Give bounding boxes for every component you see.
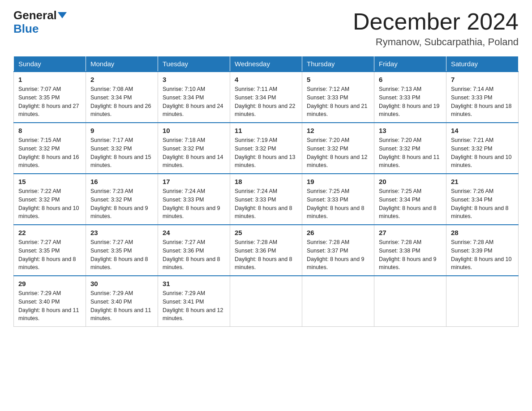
day-number: 19	[307, 178, 369, 185]
calendar-cell: 30Sunrise: 7:29 AMSunset: 3:40 PMDayligh…	[86, 276, 158, 327]
logo-general-text: General	[13, 9, 57, 22]
day-info: Sunrise: 7:10 AMSunset: 3:34 PMDaylight:…	[163, 85, 225, 119]
calendar-table: SundayMondayTuesdayWednesdayThursdayFrid…	[13, 56, 519, 327]
day-info: Sunrise: 7:19 AMSunset: 3:32 PMDaylight:…	[235, 136, 297, 170]
calendar-cell: 25Sunrise: 7:28 AMSunset: 3:36 PMDayligh…	[230, 225, 302, 276]
calendar-cell: 1Sunrise: 7:07 AMSunset: 3:35 PMDaylight…	[14, 72, 86, 123]
weekday-header-monday: Monday	[86, 56, 158, 72]
day-info: Sunrise: 7:23 AMSunset: 3:32 PMDaylight:…	[90, 187, 153, 221]
calendar-cell	[230, 276, 302, 327]
day-info: Sunrise: 7:29 AMSunset: 3:40 PMDaylight:…	[90, 289, 153, 323]
day-number: 22	[18, 229, 81, 236]
day-number: 29	[18, 280, 81, 287]
calendar-cell: 21Sunrise: 7:26 AMSunset: 3:34 PMDayligh…	[446, 174, 519, 225]
calendar-cell: 9Sunrise: 7:17 AMSunset: 3:32 PMDaylight…	[86, 123, 158, 174]
weekday-header-sunday: Sunday	[14, 56, 86, 72]
calendar-cell	[446, 276, 519, 327]
calendar-cell: 31Sunrise: 7:29 AMSunset: 3:41 PMDayligh…	[158, 276, 230, 327]
day-number: 16	[90, 178, 153, 185]
calendar-cell: 27Sunrise: 7:28 AMSunset: 3:38 PMDayligh…	[374, 225, 446, 276]
day-info: Sunrise: 7:28 AMSunset: 3:38 PMDaylight:…	[379, 238, 442, 272]
day-info: Sunrise: 7:21 AMSunset: 3:32 PMDaylight:…	[451, 136, 514, 170]
day-info: Sunrise: 7:07 AMSunset: 3:35 PMDaylight:…	[18, 85, 81, 119]
week-row-5: 29Sunrise: 7:29 AMSunset: 3:40 PMDayligh…	[14, 276, 519, 327]
day-info: Sunrise: 7:12 AMSunset: 3:33 PMDaylight:…	[307, 85, 369, 119]
calendar-cell: 8Sunrise: 7:15 AMSunset: 3:32 PMDaylight…	[14, 123, 86, 174]
day-info: Sunrise: 7:26 AMSunset: 3:34 PMDaylight:…	[451, 187, 514, 221]
day-number: 7	[451, 76, 514, 83]
calendar-cell: 28Sunrise: 7:28 AMSunset: 3:39 PMDayligh…	[446, 225, 519, 276]
day-number: 8	[18, 127, 81, 134]
day-number: 20	[379, 178, 442, 185]
calendar-cell	[302, 276, 374, 327]
day-info: Sunrise: 7:18 AMSunset: 3:32 PMDaylight:…	[163, 136, 225, 170]
day-info: Sunrise: 7:24 AMSunset: 3:33 PMDaylight:…	[163, 187, 225, 221]
day-number: 30	[90, 280, 153, 287]
day-number: 11	[235, 127, 297, 134]
day-number: 10	[163, 127, 225, 134]
day-number: 14	[451, 127, 514, 134]
weekday-header-saturday: Saturday	[446, 56, 519, 72]
calendar-cell: 16Sunrise: 7:23 AMSunset: 3:32 PMDayligh…	[86, 174, 158, 225]
day-info: Sunrise: 7:11 AMSunset: 3:34 PMDaylight:…	[235, 85, 297, 119]
calendar-cell: 11Sunrise: 7:19 AMSunset: 3:32 PMDayligh…	[230, 123, 302, 174]
day-info: Sunrise: 7:20 AMSunset: 3:32 PMDaylight:…	[307, 136, 369, 170]
logo-arrow-icon	[58, 12, 67, 18]
day-number: 31	[163, 280, 225, 287]
calendar-cell: 23Sunrise: 7:27 AMSunset: 3:35 PMDayligh…	[86, 225, 158, 276]
day-number: 2	[90, 76, 153, 83]
calendar-cell: 7Sunrise: 7:14 AMSunset: 3:33 PMDaylight…	[446, 72, 519, 123]
weekday-header-thursday: Thursday	[302, 56, 374, 72]
day-number: 24	[163, 229, 225, 236]
day-number: 26	[307, 229, 369, 236]
day-info: Sunrise: 7:28 AMSunset: 3:36 PMDaylight:…	[235, 238, 297, 272]
week-row-1: 1Sunrise: 7:07 AMSunset: 3:35 PMDaylight…	[14, 72, 519, 123]
calendar-cell: 6Sunrise: 7:13 AMSunset: 3:33 PMDaylight…	[374, 72, 446, 123]
day-number: 27	[379, 229, 442, 236]
day-number: 13	[379, 127, 442, 134]
day-number: 15	[18, 178, 81, 185]
day-info: Sunrise: 7:28 AMSunset: 3:37 PMDaylight:…	[307, 238, 369, 272]
day-info: Sunrise: 7:24 AMSunset: 3:33 PMDaylight:…	[235, 187, 297, 221]
day-number: 5	[307, 76, 369, 83]
calendar-cell: 13Sunrise: 7:20 AMSunset: 3:32 PMDayligh…	[374, 123, 446, 174]
weekday-header-friday: Friday	[374, 56, 446, 72]
title-area: December 2024 Rymanow, Subcarpathia, Pol…	[353, 9, 519, 48]
day-number: 9	[90, 127, 153, 134]
calendar-cell: 20Sunrise: 7:25 AMSunset: 3:34 PMDayligh…	[374, 174, 446, 225]
calendar-cell: 17Sunrise: 7:24 AMSunset: 3:33 PMDayligh…	[158, 174, 230, 225]
day-number: 12	[307, 127, 369, 134]
day-info: Sunrise: 7:27 AMSunset: 3:35 PMDaylight:…	[90, 238, 153, 272]
calendar-cell: 3Sunrise: 7:10 AMSunset: 3:34 PMDaylight…	[158, 72, 230, 123]
day-number: 6	[379, 76, 442, 83]
calendar-cell: 22Sunrise: 7:27 AMSunset: 3:35 PMDayligh…	[14, 225, 86, 276]
calendar-cell: 19Sunrise: 7:25 AMSunset: 3:33 PMDayligh…	[302, 174, 374, 225]
week-row-2: 8Sunrise: 7:15 AMSunset: 3:32 PMDaylight…	[14, 123, 519, 174]
day-number: 25	[235, 229, 297, 236]
day-info: Sunrise: 7:29 AMSunset: 3:41 PMDaylight:…	[163, 289, 225, 323]
day-info: Sunrise: 7:20 AMSunset: 3:32 PMDaylight:…	[379, 136, 442, 170]
calendar-cell: 26Sunrise: 7:28 AMSunset: 3:37 PMDayligh…	[302, 225, 374, 276]
day-info: Sunrise: 7:08 AMSunset: 3:34 PMDaylight:…	[90, 85, 153, 119]
weekday-header-wednesday: Wednesday	[230, 56, 302, 72]
day-number: 23	[90, 229, 153, 236]
calendar-cell: 12Sunrise: 7:20 AMSunset: 3:32 PMDayligh…	[302, 123, 374, 174]
day-number: 18	[235, 178, 297, 185]
calendar-cell: 18Sunrise: 7:24 AMSunset: 3:33 PMDayligh…	[230, 174, 302, 225]
calendar-cell: 29Sunrise: 7:29 AMSunset: 3:40 PMDayligh…	[14, 276, 86, 327]
weekday-header-tuesday: Tuesday	[158, 56, 230, 72]
calendar-cell: 5Sunrise: 7:12 AMSunset: 3:33 PMDaylight…	[302, 72, 374, 123]
calendar-cell: 24Sunrise: 7:27 AMSunset: 3:36 PMDayligh…	[158, 225, 230, 276]
month-title: December 2024	[353, 9, 519, 34]
day-info: Sunrise: 7:27 AMSunset: 3:36 PMDaylight:…	[163, 238, 225, 272]
day-info: Sunrise: 7:29 AMSunset: 3:40 PMDaylight:…	[18, 289, 81, 323]
location-title: Rymanow, Subcarpathia, Poland	[353, 36, 519, 48]
day-number: 28	[451, 229, 514, 236]
day-info: Sunrise: 7:28 AMSunset: 3:39 PMDaylight:…	[451, 238, 514, 272]
logo: General Blue	[13, 9, 67, 36]
day-number: 17	[163, 178, 225, 185]
day-number: 3	[163, 76, 225, 83]
day-info: Sunrise: 7:17 AMSunset: 3:32 PMDaylight:…	[90, 136, 153, 170]
day-info: Sunrise: 7:25 AMSunset: 3:33 PMDaylight:…	[307, 187, 369, 221]
day-number: 21	[451, 178, 514, 185]
